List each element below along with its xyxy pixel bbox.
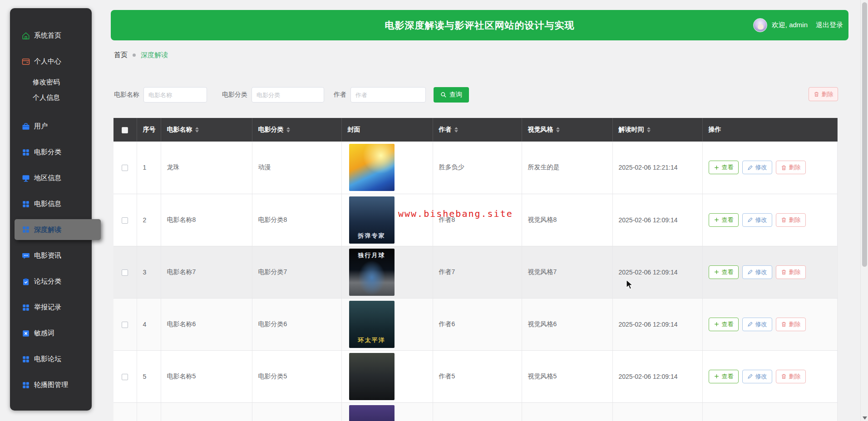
sidebar-item-label: 举报记录: [34, 303, 61, 312]
sort-icon[interactable]: [556, 127, 560, 132]
sort-icon[interactable]: [195, 127, 199, 132]
delete-button[interactable]: 删除: [776, 265, 806, 279]
author-input[interactable]: [350, 87, 426, 103]
sidebar-item-movie-news[interactable]: 电影资讯: [10, 243, 92, 269]
logout-button[interactable]: 退出登录: [816, 21, 843, 29]
view-button[interactable]: 查看: [709, 370, 739, 383]
edit-button[interactable]: 修改: [742, 370, 772, 383]
edit-button[interactable]: 修改: [742, 213, 772, 227]
view-button[interactable]: 查看: [709, 213, 739, 227]
sidebar-item-change-password[interactable]: 修改密码: [10, 74, 92, 90]
table-row: [113, 402, 837, 421]
sidebar-item-report-records[interactable]: 举报记录: [10, 294, 92, 320]
movie-name-input[interactable]: [143, 87, 207, 103]
pencil-icon: [747, 321, 753, 327]
pencil-icon: [747, 373, 753, 379]
sidebar-item-movie-forum[interactable]: 电影论坛: [10, 346, 92, 372]
sidebar-item-label: 电影论坛: [34, 355, 61, 363]
scrollbar-thumb[interactable]: [862, 2, 867, 267]
sidebar-item-region-info[interactable]: 地区信息: [10, 165, 92, 191]
delete-button[interactable]: 删除: [776, 161, 806, 174]
row-checkbox[interactable]: [122, 374, 128, 380]
sidebar-item-personal-center[interactable]: 个人中心: [10, 49, 92, 74]
delete-button[interactable]: 删除: [776, 318, 806, 331]
delete-button[interactable]: 删除: [776, 213, 806, 227]
cover-image[interactable]: [349, 144, 395, 191]
cover-image[interactable]: 环太平洋: [349, 301, 395, 348]
sort-icon[interactable]: [647, 127, 651, 132]
sidebar-item-personal-info[interactable]: 个人信息: [10, 90, 92, 105]
trash-icon: [781, 373, 787, 379]
page: 系统首页 个人中心 修改密码 个人信息 用户 电影分类: [0, 0, 868, 421]
pencil-icon: [747, 217, 753, 223]
table-row: 4 电影名称6 电影分类6 环太平洋 作者6 视觉风格6 2025-02-06 …: [113, 298, 837, 350]
column-header-movie-name[interactable]: 电影名称: [161, 118, 252, 142]
sidebar-item-label: 电影分类: [34, 148, 61, 157]
grid-icon: [22, 355, 30, 363]
column-header-actions: 操作: [702, 118, 837, 142]
view-button[interactable]: 查看: [709, 265, 739, 279]
row-checkbox[interactable]: [122, 217, 128, 224]
breadcrumb-home[interactable]: 首页: [114, 51, 128, 59]
sidebar-item-forum-category[interactable]: 论坛分类: [10, 269, 92, 294]
home-icon: [22, 32, 30, 40]
page-scrollbar[interactable]: [860, 0, 868, 421]
breadcrumb: 首页 深度解读: [114, 51, 168, 59]
sidebar-item-movie-category[interactable]: 电影分类: [10, 139, 92, 165]
movie-name-label: 电影名称: [114, 91, 139, 99]
sidebar-item-sensitive-words[interactable]: 敏感词: [10, 320, 92, 346]
grid-icon: [22, 304, 30, 312]
sidebar-item-label: 修改密码: [33, 78, 60, 87]
batch-delete-button[interactable]: 删除: [809, 87, 838, 101]
movies-table: 序号 电影名称 电影分类 封面 作者 视觉风格 解读时间 操作 1 龙珠 动漫 …: [113, 118, 838, 421]
cover-image[interactable]: 拆弹专家: [349, 196, 395, 244]
sidebar-item-label: 轮播图管理: [34, 381, 68, 389]
sort-icon[interactable]: [454, 127, 458, 132]
edit-button[interactable]: 修改: [742, 318, 772, 331]
row-checkbox[interactable]: [122, 269, 128, 276]
trash-icon: [781, 321, 787, 327]
delete-button[interactable]: 删除: [776, 370, 806, 383]
column-header-movie-category[interactable]: 电影分类: [252, 118, 341, 142]
trash-icon: [781, 269, 787, 275]
sidebar-item-carousel-management[interactable]: 轮播图管理: [10, 372, 92, 398]
column-header-time[interactable]: 解读时间: [612, 118, 702, 142]
sidebar-item-users[interactable]: 用户: [10, 113, 92, 139]
sidebar-item-label: 系统首页: [34, 31, 61, 40]
author-label: 作者: [334, 91, 346, 99]
filter-bar: 电影名称 电影分类 作者 查询: [114, 87, 469, 103]
edit-button[interactable]: 修改: [742, 265, 772, 279]
welcome-text: 欢迎, admin: [772, 21, 808, 29]
edit-button[interactable]: 修改: [742, 161, 772, 174]
view-button[interactable]: 查看: [709, 318, 739, 331]
select-all-checkbox[interactable]: [122, 127, 128, 133]
pencil-icon: [747, 269, 753, 275]
plus-icon: [714, 373, 720, 379]
sidebar-item-label: 个人信息: [33, 93, 60, 102]
avatar[interactable]: [753, 18, 767, 32]
row-checkbox[interactable]: [122, 165, 128, 171]
sidebar-item-label: 敏感词: [34, 329, 54, 338]
sidebar-item-label: 电影信息: [34, 200, 61, 208]
search-button[interactable]: 查询: [434, 87, 469, 103]
movie-category-input[interactable]: [252, 87, 324, 103]
sidebar-item-movie-info[interactable]: 电影信息: [10, 191, 92, 217]
row-checkbox[interactable]: [122, 322, 128, 328]
cover-image[interactable]: [349, 405, 395, 421]
sidebar-item-deep-interpretation[interactable]: 深度解读: [15, 219, 101, 240]
trash-icon: [814, 91, 819, 97]
cover-image[interactable]: 独行月球: [349, 249, 395, 296]
x-square-icon: [22, 329, 30, 338]
sidebar-item-label: 用户: [34, 122, 48, 131]
sidebar-item-label: 地区信息: [34, 174, 61, 182]
column-header-num: 序号: [137, 118, 161, 142]
sidebar-item-system-home[interactable]: 系统首页: [10, 23, 92, 49]
sort-icon[interactable]: [286, 127, 290, 132]
column-header-author[interactable]: 作者: [433, 118, 522, 142]
plus-icon: [714, 269, 720, 275]
cover-image[interactable]: [349, 353, 395, 400]
trash-icon: [781, 165, 787, 171]
view-button[interactable]: 查看: [709, 161, 739, 174]
column-header-visual-style[interactable]: 视觉风格: [522, 118, 612, 142]
scrollbar-down-arrow-icon[interactable]: [863, 416, 867, 420]
